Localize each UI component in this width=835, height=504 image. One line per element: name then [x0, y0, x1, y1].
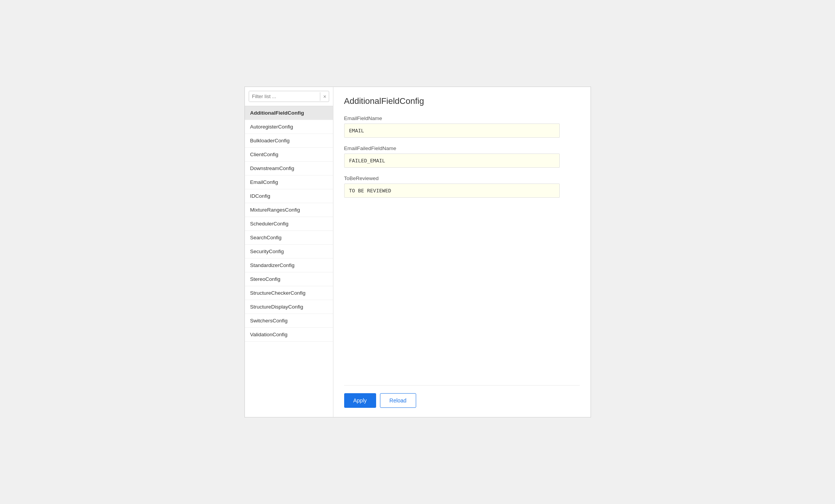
sidebar-item-schedulerconfig[interactable]: SchedulerConfig [245, 217, 333, 231]
fields-container: EmailFieldNameEMAILEmailFailedFieldNameF… [344, 115, 580, 205]
sidebar: × AdditionalFieldConfigAutoregisterConfi… [245, 87, 333, 417]
reload-button[interactable]: Reload [380, 393, 416, 408]
field-value-tobereviewed: TO BE REVIEWED [344, 184, 560, 198]
field-label-emailfieldname: EmailFieldName [344, 115, 580, 121]
sidebar-item-mixturerangesconfig[interactable]: MixtureRangesConfig [245, 203, 333, 217]
sidebar-item-stereoconfig[interactable]: StereoConfig [245, 272, 333, 286]
apply-button[interactable]: Apply [344, 393, 376, 408]
sidebar-item-searchconfig[interactable]: SearchConfig [245, 231, 333, 245]
field-group-emailfailedfieldname: EmailFailedFieldNameFAILED_EMAIL [344, 145, 580, 168]
sidebar-item-standardizerconfig[interactable]: StandardizerConfig [245, 259, 333, 272]
sidebar-item-clientconfig[interactable]: ClientConfig [245, 148, 333, 162]
sidebar-item-securityconfig[interactable]: SecurityConfig [245, 245, 333, 259]
filter-input[interactable] [249, 91, 320, 102]
sidebar-item-structurecheckerconfig[interactable]: StructureCheckerConfig [245, 286, 333, 300]
field-group-emailfieldname: EmailFieldNameEMAIL [344, 115, 580, 138]
actions-bar: Apply Reload [344, 385, 580, 408]
sidebar-item-validationconfig[interactable]: ValidationConfig [245, 328, 333, 342]
sidebar-item-autoregisterconfig[interactable]: AutoregisterConfig [245, 120, 333, 134]
sidebar-item-idconfig[interactable]: IDConfig [245, 189, 333, 203]
app-container: × AdditionalFieldConfigAutoregisterConfi… [244, 87, 591, 417]
field-value-emailfailedfieldname: FAILED_EMAIL [344, 154, 560, 168]
page-title: AdditionalFieldConfig [344, 96, 580, 106]
sidebar-item-structuredisplayconfig[interactable]: StructureDisplayConfig [245, 300, 333, 314]
main-content: AdditionalFieldConfig EmailFieldNameEMAI… [333, 87, 591, 417]
field-label-emailfailedfieldname: EmailFailedFieldName [344, 145, 580, 151]
sidebar-list: AdditionalFieldConfigAutoregisterConfigB… [245, 106, 333, 417]
field-label-tobereviewed: ToBeReviewed [344, 175, 580, 181]
field-value-emailfieldname: EMAIL [344, 123, 560, 138]
filter-bar: × [245, 87, 333, 106]
sidebar-item-switchersconfig[interactable]: SwitchersConfig [245, 314, 333, 328]
filter-input-wrapper: × [249, 91, 329, 102]
field-group-tobereviewed: ToBeReviewedTO BE REVIEWED [344, 175, 580, 198]
sidebar-item-bulkloaderconfig[interactable]: BulkloaderConfig [245, 134, 333, 148]
filter-clear-button[interactable]: × [320, 92, 329, 101]
sidebar-item-downstreamconfig[interactable]: DownstreamConfig [245, 162, 333, 175]
sidebar-item-emailconfig[interactable]: EmailConfig [245, 175, 333, 189]
sidebar-item-additionalfieldconfig[interactable]: AdditionalFieldConfig [245, 106, 333, 120]
